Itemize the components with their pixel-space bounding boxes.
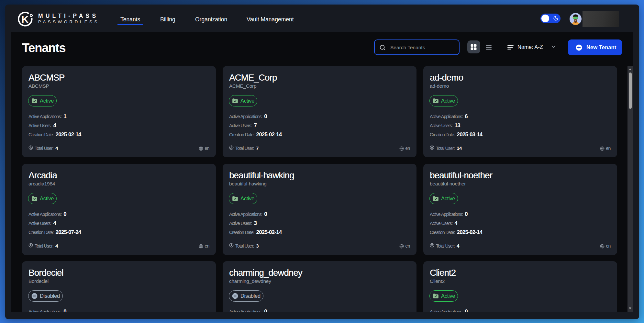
svg-text:K: K [21, 14, 28, 25]
